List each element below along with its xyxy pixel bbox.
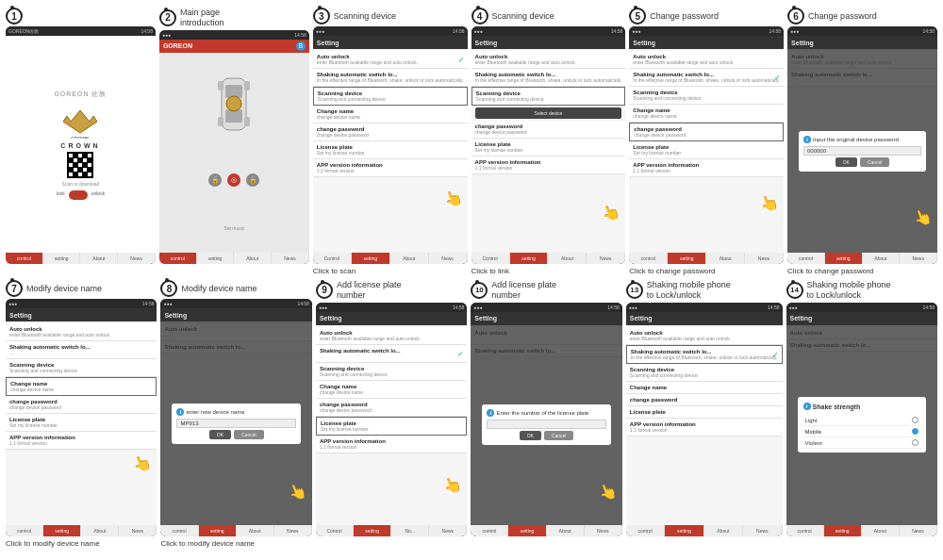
scanning-7[interactable]: Scanning device Scanning and connecting … [6, 359, 157, 377]
nav-setting-2[interactable]: setting [197, 253, 235, 264]
nav-about[interactable]: About [80, 253, 118, 264]
lock-button[interactable] [69, 190, 88, 200]
nav-control-5[interactable]: control [629, 253, 668, 264]
step-3-number: 3 [313, 8, 330, 25]
nav-control-4[interactable]: Control [472, 253, 510, 264]
nav-about-5[interactable]: About [706, 253, 745, 264]
license-input[interactable] [487, 420, 605, 429]
nav-setting-4[interactable]: setting [510, 253, 549, 264]
bottom-nav-6: control setting About News [787, 253, 937, 264]
app-ver-5[interactable]: APP version information 1.1 formal versi… [629, 159, 784, 177]
shaking-5[interactable]: Shaking automatic switch lo... In the ef… [629, 69, 784, 87]
change-pw-7[interactable]: change password change device password [6, 396, 157, 414]
nav-about-2[interactable]: About [234, 253, 272, 264]
nav-news[interactable]: News [118, 253, 156, 264]
scanning-item-3[interactable]: Scanning device Scanning and connecting … [313, 87, 468, 106]
shaking-item[interactable]: Shaking automatic switch lo... In the ef… [313, 69, 468, 87]
pw-ok-btn[interactable]: OK [835, 157, 857, 167]
change-pw-9[interactable]: change password change device password [316, 399, 467, 417]
change-pw-13[interactable]: change password [626, 394, 783, 406]
svg-rect-6 [244, 81, 250, 91]
shake-violent-radio[interactable] [912, 439, 918, 446]
scanning-13[interactable]: Scanning device Scanning and connecting … [626, 364, 783, 382]
shaking-4[interactable]: Shaking automatic switch lo... In the ef… [472, 69, 626, 87]
shake-light[interactable]: Light [802, 415, 922, 426]
app-ver-13[interactable]: APP version information 1.1 formal versi… [626, 419, 783, 436]
step-3-screen: ●●● 14:58 Setting Auto unlock enter Blue… [313, 26, 468, 264]
nav-setting[interactable]: setting [43, 253, 81, 264]
nav-control-3[interactable]: Control [313, 253, 352, 264]
app-ver-item[interactable]: APP version information 1.1 formal versi… [313, 159, 468, 177]
license-9[interactable]: License plate Set my license number [316, 417, 467, 436]
step-8-number: 8 [160, 280, 177, 297]
status-bar-text-1: GOREON佐敦 [8, 28, 39, 34]
shaking-7[interactable]: Shaking automatic switch lo... ... [6, 341, 157, 359]
center-btn[interactable]: ◎ [227, 173, 240, 187]
qr-code [67, 152, 93, 178]
auto-unlock-7[interactable]: Auto unlock enter Bluetooth available ra… [6, 323, 157, 341]
license-7[interactable]: License plate Set my license number [6, 414, 157, 432]
scanning-4[interactable]: Scanning device Scanning and connecting … [472, 87, 626, 106]
nav-control-2[interactable]: control [159, 253, 197, 264]
license-13[interactable]: License plete [626, 406, 783, 419]
shake-middle[interactable]: Middle [802, 426, 922, 437]
change-pw-5[interactable]: change password change device password [629, 123, 784, 141]
shake-middle-radio[interactable] [912, 428, 918, 435]
nav-control[interactable]: control [6, 253, 43, 264]
nav-setting-3[interactable]: setting [352, 253, 390, 264]
step-7-number: 7 [6, 280, 23, 297]
name-input[interactable]: MP913 [176, 419, 295, 428]
auto-unlock-5[interactable]: Auto unlock enter Bluetooth available ra… [629, 51, 784, 69]
shake-violent[interactable]: Violent [802, 437, 922, 449]
app-bar-7: Setting [6, 308, 157, 321]
auto-unlock-4[interactable]: Auto unlock enter Bluetooth available ra… [472, 51, 626, 69]
unlock-icon[interactable]: 🔓 [246, 173, 259, 187]
app-ver-7[interactable]: APP version information 1.1 formal versi… [6, 432, 157, 450]
step-14-screen: ●●● 14:58 Setting Auto unlock Shaking au… [786, 303, 937, 536]
name-cancel-btn[interactable]: Cancel [234, 430, 264, 439]
change-name-5[interactable]: Change name change device name [629, 105, 784, 123]
svg-rect-8 [244, 117, 250, 126]
nav-setting-5[interactable]: setting [668, 253, 706, 264]
nav-news-2[interactable]: News [272, 253, 309, 264]
change-name-13[interactable]: Change name [626, 382, 783, 394]
auto-unlock-item[interactable]: Auto unlock enter Bluetooth available ra… [313, 51, 468, 69]
step-4-number: 4 [472, 8, 488, 25]
nav-about-4[interactable]: About [548, 253, 587, 264]
step-7-screen: ●●● 14:58 Setting Auto unlock enter Blue… [6, 299, 157, 536]
shake-light-radio[interactable] [912, 417, 918, 423]
status-bar-2: ●●● 14:58 [159, 30, 309, 40]
step-13-screen: ●●● 14:58 Setting Auto unlock enter Blue… [626, 303, 783, 536]
scanning-9[interactable]: Scanning device Scanning and connecting … [316, 363, 467, 381]
nav-news-4[interactable]: News [587, 253, 625, 264]
nav-news-3[interactable]: News [429, 253, 468, 264]
auto-unlock-13[interactable]: Auto unlock enter Bluetooth available ra… [626, 327, 783, 345]
pw-cancel-btn[interactable]: Cancel [860, 157, 890, 167]
step-14: 14 Shaking mobile phone to Lock/unlock ●… [786, 280, 937, 552]
change-pw-4[interactable]: change password change device password [472, 121, 626, 139]
license-ok-btn[interactable]: OK [520, 431, 541, 440]
name-ok-btn[interactable]: OK [209, 430, 231, 439]
settings-list-13: Auto unlock enter Bluetooth available ra… [626, 325, 783, 525]
app-ver-4[interactable]: APP version information 1.1 formal versi… [472, 156, 626, 174]
bottom-nav-5: control setting About News [629, 253, 784, 264]
app-ver-9[interactable]: APP version information 1.1 formal versi… [316, 436, 467, 453]
change-pw-item[interactable]: change password change device password [313, 124, 468, 141]
license-item[interactable]: License plate Set my license number [313, 141, 468, 159]
step-8-header: 8 Modify device name [160, 280, 256, 297]
lock-icon[interactable]: 🔒 [208, 173, 222, 187]
nav-news-5[interactable]: News [745, 253, 784, 264]
change-name-7[interactable]: Change name change device name [6, 377, 157, 396]
change-name-9[interactable]: Change name change device name [316, 381, 467, 399]
pw-input[interactable]: 000000 [803, 146, 921, 156]
nav-about-3[interactable]: About [390, 253, 429, 264]
auto-unlock-9[interactable]: Auto unlock enter Bluetooth available ra… [316, 327, 467, 345]
scanning-5[interactable]: Scanning device Scanning and connecting … [629, 87, 784, 105]
shaking-13[interactable]: Shaking automatic switch lo... In the ef… [626, 345, 783, 364]
license-cancel-btn[interactable]: Cancel [544, 431, 574, 440]
change-name-item[interactable]: Change name change device name [313, 106, 468, 124]
license-4[interactable]: License plate Set my license number [472, 139, 626, 156]
step-13-number: 13 [626, 282, 643, 299]
license-5[interactable]: License plate Set my license number [629, 141, 784, 159]
shaking-9[interactable]: Shaking automatic switch lo... ... ✓ [316, 345, 467, 363]
